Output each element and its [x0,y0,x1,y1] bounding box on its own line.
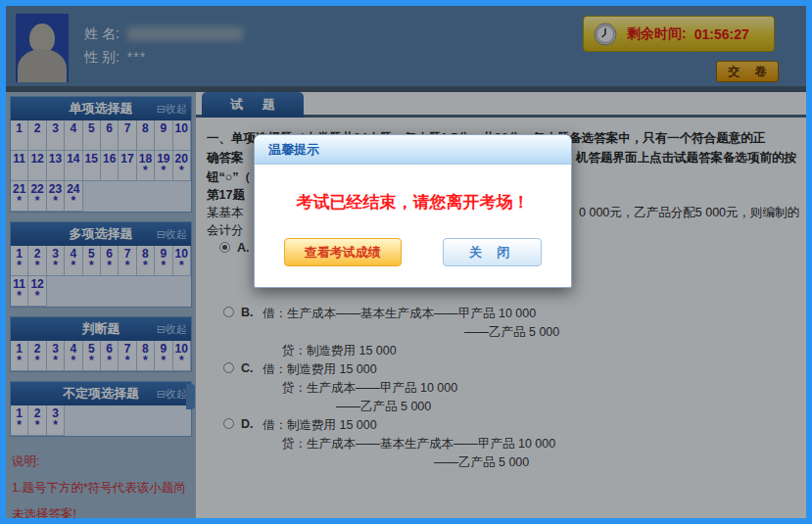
dialog-message: 考试已经结束，请您离开考场！ [255,191,571,214]
view-score-button[interactable]: 查看考试成绩 [284,238,402,266]
close-button[interactable]: 关 闭 [443,238,543,266]
dialog-buttons: 查看考试成绩 关 闭 [255,238,571,266]
exam-window: 姓 名: 性 别: *** 剩余时间: 01:56:27 交 卷 单项选择题 [0,0,812,524]
notice-dialog: 温馨提示 考试已经结束，请您离开考场！ 查看考试成绩 关 闭 [254,134,572,288]
dialog-title: 温馨提示 [255,135,571,165]
